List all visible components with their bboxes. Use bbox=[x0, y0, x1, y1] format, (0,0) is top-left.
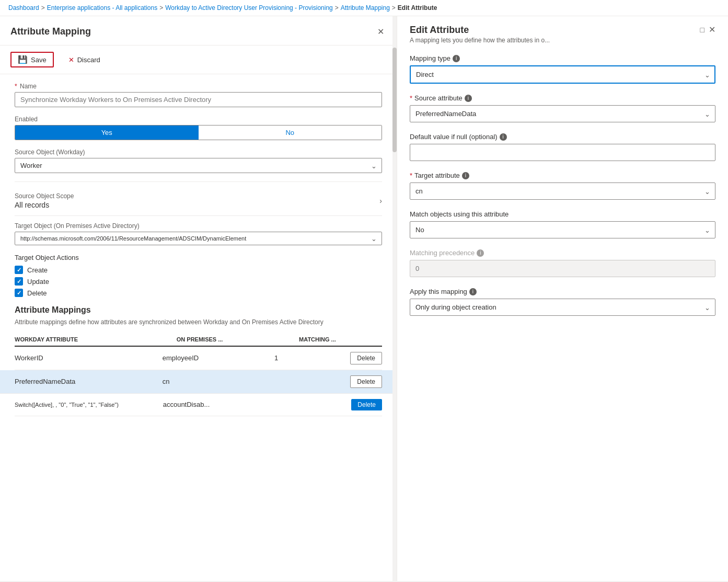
row2-onprem: cn bbox=[163, 378, 270, 385]
default-value-info-icon[interactable]: i bbox=[500, 133, 507, 141]
update-checkbox[interactable] bbox=[15, 277, 23, 286]
row2-delete-button[interactable]: Delete bbox=[350, 375, 382, 388]
right-panel-header: Edit Attribute A mapping lets you define… bbox=[397, 16, 728, 44]
target-attribute-label: * Target attribute i bbox=[410, 172, 715, 179]
right-panel: Edit Attribute A mapping lets you define… bbox=[397, 16, 728, 581]
target-attribute-group: * Target attribute i cn ⌄ bbox=[410, 172, 715, 200]
attr-mappings-title: Attribute Mappings bbox=[15, 305, 382, 315]
source-object-select[interactable]: Worker bbox=[15, 158, 382, 173]
match-objects-label: Match objects using this attribute bbox=[410, 210, 715, 218]
source-object-group: Source Object (Workday) Worker ⌄ bbox=[15, 149, 382, 173]
save-icon: 💾 bbox=[18, 55, 28, 64]
breadcrumb-current: Edit Attribute bbox=[398, 4, 437, 12]
toggle-no[interactable]: No bbox=[199, 125, 382, 140]
mapping-type-label: Mapping type i bbox=[410, 54, 715, 62]
create-checkbox-row: Create bbox=[15, 266, 382, 274]
create-label: Create bbox=[27, 266, 48, 274]
breadcrumb-provisioning[interactable]: Workday to Active Directory User Provisi… bbox=[165, 4, 333, 12]
row3-onprem: accountDisab... bbox=[163, 401, 271, 408]
source-object-label: Source Object (Workday) bbox=[15, 149, 382, 156]
breadcrumb-attribute-mapping[interactable]: Attribute Mapping bbox=[341, 4, 390, 12]
target-object-group: Target Object (On Premises Active Direct… bbox=[15, 222, 382, 245]
default-value-input[interactable] bbox=[410, 144, 715, 161]
toggle-yes[interactable]: Yes bbox=[15, 125, 199, 140]
match-objects-select-wrapper: NoYes ⌄ bbox=[410, 221, 715, 238]
name-field-group: * Name bbox=[15, 83, 382, 107]
scope-row[interactable]: Source Object Scope All records › bbox=[15, 188, 382, 213]
row1-workday: WorkerID bbox=[15, 354, 158, 362]
source-object-select-wrapper: Worker ⌄ bbox=[15, 158, 382, 173]
name-input[interactable] bbox=[15, 92, 382, 107]
toolbar: 💾 Save ✕ Discard bbox=[0, 45, 397, 74]
source-attribute-select[interactable]: PreferredNameData bbox=[410, 105, 715, 122]
source-attribute-label: * Source attribute i bbox=[410, 94, 715, 102]
mapping-type-select-wrapper: DirectExpressionConstant ⌄ bbox=[410, 65, 715, 84]
col-matching: MATCHING ... bbox=[299, 336, 378, 343]
attr-mappings-section: Attribute Mappings Attribute mappings de… bbox=[15, 305, 382, 416]
mapping-type-group: Mapping type i DirectExpressionConstant … bbox=[410, 54, 715, 84]
sep4: > bbox=[392, 4, 396, 12]
row3-delete-button[interactable]: Delete bbox=[351, 399, 382, 410]
breadcrumb-dashboard[interactable]: Dashboard bbox=[8, 4, 39, 12]
name-required-star: * bbox=[15, 83, 17, 90]
right-form: Mapping type i DirectExpressionConstant … bbox=[397, 54, 728, 339]
right-header-actions: □ ✕ bbox=[700, 25, 715, 35]
row1-onprem: employeeID bbox=[163, 354, 270, 362]
target-object-select[interactable]: http://schemas.microsoft.com/2006/11/Res… bbox=[15, 232, 382, 245]
save-label: Save bbox=[31, 56, 47, 64]
match-objects-group: Match objects using this attribute NoYes… bbox=[410, 210, 715, 238]
target-attribute-select-wrapper: cn ⌄ bbox=[410, 182, 715, 200]
right-panel-close-button[interactable]: ✕ bbox=[709, 25, 715, 35]
breadcrumb-enterprise-apps[interactable]: Enterprise applications - All applicatio… bbox=[47, 4, 157, 12]
save-button[interactable]: 💾 Save bbox=[10, 52, 54, 67]
right-panel-subtitle: A mapping lets you define how the attrib… bbox=[410, 37, 550, 44]
matching-precedence-info-icon[interactable]: i bbox=[477, 249, 484, 257]
row1-matching: 1 bbox=[274, 354, 346, 362]
col-workday-attr: WORKDAY ATTRIBUTE bbox=[15, 336, 172, 343]
apply-mapping-select-wrapper: AlwaysOnly during object creation ⌄ bbox=[410, 299, 715, 316]
matching-precedence-label: Matching precedence i bbox=[410, 249, 715, 257]
default-value-group: Default value if null (optional) i bbox=[410, 133, 715, 161]
source-attribute-info-icon[interactable]: i bbox=[465, 95, 472, 102]
match-objects-select[interactable]: NoYes bbox=[410, 221, 715, 238]
target-actions-section: Target Object Actions Create Update Dele… bbox=[15, 254, 382, 297]
apply-mapping-info-icon[interactable]: i bbox=[469, 288, 477, 295]
row2-workday: PreferredNameData bbox=[15, 378, 158, 385]
mapping-type-select[interactable]: DirectExpressionConstant bbox=[410, 65, 715, 84]
update-label: Update bbox=[27, 278, 49, 286]
apply-mapping-label: Apply this mapping i bbox=[410, 288, 715, 295]
right-header-text: Edit Attribute A mapping lets you define… bbox=[410, 25, 550, 44]
scope-chevron-right-icon: › bbox=[379, 197, 382, 205]
divider-1 bbox=[15, 181, 382, 182]
panel-header: Attribute Mapping ✕ bbox=[0, 16, 397, 45]
mapping-type-info-icon[interactable]: i bbox=[453, 55, 460, 62]
discard-icon: ✕ bbox=[68, 56, 74, 64]
matching-precedence-input bbox=[410, 260, 715, 277]
delete-checkbox[interactable] bbox=[15, 289, 23, 297]
row3-workday: Switch([Active], , "0", "True", "1", "Fa… bbox=[15, 402, 159, 408]
create-checkbox[interactable] bbox=[15, 266, 23, 274]
target-attribute-select[interactable]: cn bbox=[410, 182, 715, 200]
table-row: WorkerID employeeID 1 Delete bbox=[15, 347, 382, 370]
target-object-label: Target Object (On Premises Active Direct… bbox=[15, 222, 382, 230]
target-attribute-info-icon[interactable]: i bbox=[462, 172, 469, 179]
row1-delete-button[interactable]: Delete bbox=[350, 352, 382, 364]
discard-button[interactable]: ✕ Discard bbox=[62, 54, 107, 66]
scrollbar-thumb[interactable] bbox=[392, 48, 397, 152]
expand-button[interactable]: □ bbox=[700, 26, 704, 34]
attr-mappings-desc: Attribute mappings define how attributes… bbox=[15, 318, 382, 327]
scrollbar-track bbox=[392, 16, 397, 581]
left-panel-close-button[interactable]: ✕ bbox=[375, 25, 386, 39]
left-panel: Attribute Mapping ✕ 💾 Save ✕ Discard * N… bbox=[0, 16, 397, 581]
enabled-toggle: Yes No bbox=[15, 125, 382, 140]
target-actions-title: Target Object Actions bbox=[15, 254, 382, 261]
sep1: > bbox=[41, 4, 45, 12]
delete-label: Delete bbox=[27, 289, 47, 297]
enabled-group: Enabled Yes No bbox=[15, 116, 382, 140]
discard-label: Discard bbox=[77, 56, 100, 64]
divider-2 bbox=[15, 215, 382, 216]
apply-mapping-select[interactable]: AlwaysOnly during object creation bbox=[410, 299, 715, 316]
main-layout: Attribute Mapping ✕ 💾 Save ✕ Discard * N… bbox=[0, 16, 728, 581]
right-panel-title: Edit Attribute bbox=[410, 25, 550, 36]
source-attribute-group: * Source attribute i PreferredNameData ⌄ bbox=[410, 94, 715, 122]
